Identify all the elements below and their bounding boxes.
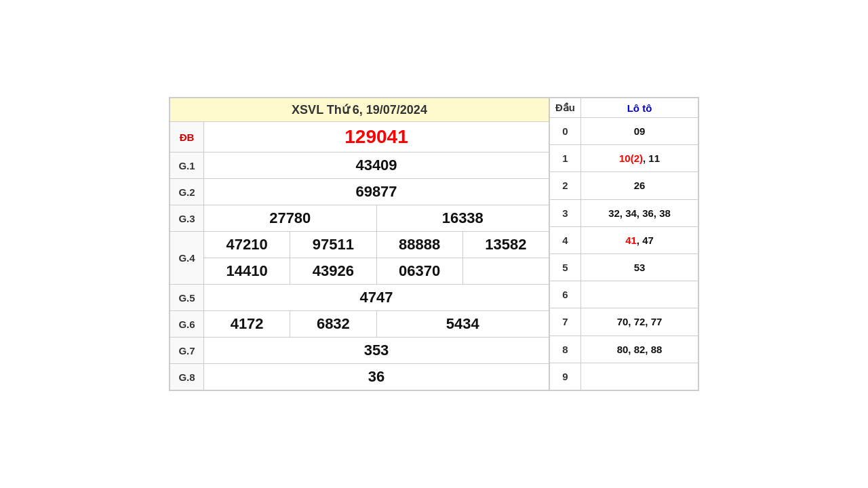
loto-row: 3 32, 34, 36, 38	[550, 199, 698, 226]
row-value: 5434	[376, 311, 549, 338]
table-row: G.5 4747	[170, 285, 549, 311]
row-value: 69877	[204, 179, 549, 205]
table-row: ĐB 129041	[170, 122, 549, 152]
loto-row: 7 70, 72, 77	[550, 308, 698, 336]
loto-row: 0 09	[550, 118, 698, 145]
loto-row: 2 26	[550, 172, 698, 199]
loto-row: 5 53	[550, 253, 698, 281]
loto-row: 6	[550, 281, 698, 308]
table-row: G.4 47210 97511 88888 13582	[170, 232, 549, 258]
loto-values-cell: 26	[581, 172, 698, 199]
row-value: 27780	[204, 205, 377, 232]
table-row: G.8 36	[170, 364, 549, 390]
row-value: 97511	[290, 232, 376, 258]
row-label: G.2	[170, 179, 204, 205]
loto-header-title: Lô tô	[581, 98, 698, 118]
loto-values-cell	[581, 281, 698, 308]
loto-values-cell	[581, 363, 698, 390]
loto-header-dau: Đầu	[550, 98, 581, 118]
row-label: G.4	[170, 232, 204, 285]
row-label: G.5	[170, 285, 204, 311]
table-row: 14410 43926 06370	[170, 258, 549, 285]
row-value: 88888	[376, 232, 462, 258]
table-row: G.3 27780 16338	[170, 205, 549, 232]
main-results-table: XSVL Thứ 6, 19/07/2024 ĐB 129041 G.1 434…	[170, 98, 549, 390]
row-value: 13582	[462, 232, 549, 258]
loto-dau-cell: 4	[550, 226, 581, 253]
row-value: 16338	[376, 205, 549, 232]
row-label: G.3	[170, 205, 204, 232]
row-value: 4172	[204, 311, 290, 338]
row-value	[462, 258, 549, 285]
row-value: 14410	[204, 258, 290, 285]
table-row: G.2 69877	[170, 179, 549, 205]
table-row: G.1 43409	[170, 152, 549, 179]
loto-table: Đầu Lô tô 0 09 1 10(2), 11 2 26 3 32, 34…	[549, 98, 698, 390]
loto-row: 8 80, 82, 88	[550, 336, 698, 363]
row-value: 06370	[376, 258, 462, 285]
loto-dau-cell: 5	[550, 253, 581, 281]
loto-row: 4 41, 47	[550, 226, 698, 253]
loto-dau-cell: 1	[550, 145, 581, 172]
row-value: 47210	[204, 232, 290, 258]
loto-dau-cell: 7	[550, 308, 581, 336]
loto-row: 9	[550, 363, 698, 390]
loto-values-cell: 53	[581, 253, 698, 281]
loto-dau-cell: 2	[550, 172, 581, 199]
loto-values-cell: 80, 82, 88	[581, 336, 698, 363]
loto-dau-cell: 0	[550, 118, 581, 145]
main-container: XSVL Thứ 6, 19/07/2024 ĐB 129041 G.1 434…	[169, 97, 699, 391]
loto-dau-cell: 6	[550, 281, 581, 308]
loto-values-cell: 70, 72, 77	[581, 308, 698, 336]
table-row: G.6 4172 6832 5434	[170, 311, 549, 338]
row-label: G.8	[170, 364, 204, 390]
row-value: 43926	[290, 258, 376, 285]
row-value: 6832	[290, 311, 376, 338]
loto-values-cell: 10(2), 11	[581, 145, 698, 172]
row-value: 129041	[204, 122, 549, 152]
row-label: G.1	[170, 152, 204, 179]
loto-dau-cell: 9	[550, 363, 581, 390]
loto-values-cell: 32, 34, 36, 38	[581, 199, 698, 226]
loto-dau-cell: 8	[550, 336, 581, 363]
loto-dau-cell: 3	[550, 199, 581, 226]
loto-values-cell: 09	[581, 118, 698, 145]
table-header: XSVL Thứ 6, 19/07/2024	[170, 98, 549, 122]
loto-values-cell: 41, 47	[581, 226, 698, 253]
row-label: G.6	[170, 311, 204, 338]
row-value: 36	[204, 364, 549, 390]
row-label: G.7	[170, 338, 204, 364]
table-row: G.7 353	[170, 338, 549, 364]
loto-row: 1 10(2), 11	[550, 145, 698, 172]
row-value: 43409	[204, 152, 549, 179]
row-value: 353	[204, 338, 549, 364]
row-label: ĐB	[170, 122, 204, 152]
row-value: 4747	[204, 285, 549, 311]
